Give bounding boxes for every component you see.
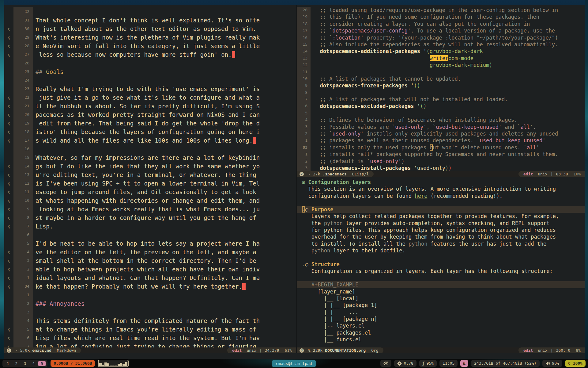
org-documentation-window[interactable]: ◉ Configuration layers This section is a… (297, 177, 585, 347)
editor-line[interactable]: 7 ;; A list of packages that will not be… (297, 96, 585, 103)
editor-line[interactable]: 83 ;; installs only the used packages bu… (297, 144, 585, 151)
editor-line[interactable]: .○ Purpose (297, 206, 585, 213)
editor-line[interactable]: |__ funcs.el (297, 336, 585, 343)
editor-line[interactable]: Layers help collect related packages tog… (297, 213, 585, 220)
editor-line[interactable]: .○ Structure (297, 261, 585, 268)
editor-line[interactable]: ς12is I've been using SPC + tt to open a… (4, 179, 296, 188)
volume-module[interactable]: 90% (542, 360, 562, 367)
brightness-module[interactable]: ʄ 95% (419, 360, 437, 367)
editor-line[interactable]: | |__ [package 1] (297, 302, 585, 309)
editor-line[interactable]: ς2able to hop between projects which all… (4, 265, 296, 274)
editor-line[interactable]: | |__ [package n] (297, 316, 585, 322)
editor-line[interactable]: ς3small shell at the bottom in the corre… (4, 256, 296, 265)
editor-line[interactable]: 10 ;; A list of packages that cannot be … (297, 75, 585, 82)
editor-line[interactable]: 20 ;; loaded using load/require/use-pack… (297, 7, 585, 13)
editor-line[interactable]: configuration layers can be found here (… (297, 193, 585, 199)
editor-line[interactable] (297, 199, 585, 206)
editor-line[interactable]: 6 dotspacemacs-excluded-packages '() (297, 103, 585, 109)
editor-line[interactable]: 23Really what I'm trying to do with this… (4, 85, 296, 93)
editor-line[interactable]: 3 ;; Possible values are `used-only', `u… (297, 124, 585, 130)
editor-line[interactable]: ς13u're editing text, you're in a termin… (4, 171, 296, 179)
editor-line[interactable]: 2 ;; `used-only' installs only explicitl… (297, 130, 585, 137)
editor-line[interactable]: ς7Lisp. (4, 222, 296, 231)
editor-line[interactable]: the python layer provides auto-completio… (297, 220, 585, 227)
editor-line[interactable]: ς27 less so because now computers have m… (4, 50, 296, 59)
keyboard-layout-module[interactable]: ц (460, 360, 468, 367)
editor-line[interactable]: ς8st maybe in a harder to configure way … (4, 213, 296, 222)
editor-line[interactable]: 11 (297, 69, 585, 75)
editor-line[interactable]: 1 ;; packages as well as their unused de… (297, 137, 585, 144)
markdown-buffer-window[interactable]: 3231That whole concept I don't think is … (4, 5, 296, 347)
editor-line[interactable]: [layer_name] (297, 288, 585, 295)
editor-line[interactable]: 25## Goals (4, 67, 296, 76)
editor-line[interactable]: 5I'd be neat to be able to hop into lets… (4, 239, 296, 248)
editor-line[interactable]: #+BEGIN_EXAMPLE (297, 281, 585, 288)
editor-line[interactable]: ς21ll the hubbub is about. So far its pr… (4, 102, 296, 110)
editor-line[interactable]: |__ [local] (297, 295, 585, 302)
editor-line[interactable] (297, 254, 585, 261)
editor-line[interactable]: ς6Lisp files which are real time read in… (4, 334, 296, 342)
editor-line[interactable]: Configuration is organized in layers. Ea… (297, 268, 585, 274)
editor-line[interactable]: 8 (297, 89, 585, 96)
editor-line[interactable]: 15Whatever, so far my impressions are th… (4, 153, 296, 162)
editor-line[interactable]: ς17s wild and all the files are like 100… (4, 136, 296, 145)
editor-line[interactable]: ς20pacemacs as it worked pretty straight… (4, 110, 296, 119)
editor-line[interactable]: 9 dotspacemacs-frozen-packages '() (297, 82, 585, 89)
editor-line[interactable]: ς22 just give it a go to see what it's l… (4, 93, 296, 102)
editor-line[interactable]: for python files. This approach helps ke… (297, 227, 585, 233)
editor-line[interactable]: This section is an overview of layers. A… (297, 186, 585, 192)
editor-line[interactable]: 32 (4, 7, 296, 16)
editor-line[interactable]: ς34ke that happen? Probably not but we w… (4, 282, 296, 291)
workspace-button[interactable]: 3 (21, 361, 29, 366)
editor-line[interactable]: ς30n just talked about as the other text… (4, 25, 296, 33)
editor-line[interactable]: 4This stems definitely from the complica… (4, 316, 296, 325)
editor-line[interactable]: | | ... (297, 309, 585, 316)
editor-line[interactable]: ς29What's interesting now is the plether… (4, 33, 296, 42)
editor-line[interactable]: 16 (4, 145, 296, 153)
editor-line[interactable]: ς1idual layouts and whatnot. Can that ha… (4, 274, 296, 282)
minibuffer[interactable] (4, 353, 585, 359)
editor-line[interactable]: 1 ;; installs *all* packages supported b… (297, 151, 585, 158)
editor-line[interactable]: 14 dotspacemacs-additional-packages '(gr… (297, 48, 585, 55)
editor-line[interactable]: 3 dotspacemacs-install-packages 'used-on… (297, 165, 585, 171)
editor-line[interactable]: 15 ;; Also include the dependencies as t… (297, 41, 585, 48)
workspace-button[interactable]: 2 (13, 361, 20, 366)
workspace-button[interactable]: 5 (38, 361, 46, 366)
editor-line[interactable]: ς19 edit from there. That being said I d… (4, 119, 296, 128)
editor-line[interactable]: ◉ Configuration layers (297, 179, 585, 186)
editor-line[interactable]: python layer to their dotfile. (297, 247, 585, 254)
editor-line[interactable]: 13 writeroom-mode (297, 55, 585, 62)
editor-line[interactable]: |-- layers.el (297, 322, 585, 329)
editor-line[interactable]: 24 (4, 76, 296, 85)
workspace-button[interactable]: 1 (4, 361, 12, 366)
editor-line[interactable]: ς14gs but I do like the idea that they a… (4, 162, 296, 171)
redshift-module[interactable] (380, 360, 391, 367)
editor-line[interactable]: 17 ;; `dotspacemacs/user-config'. To use… (297, 27, 585, 34)
editor-line[interactable]: ς9 looking at how Emacs works really tha… (4, 205, 296, 213)
editor-line[interactable]: 1 (4, 291, 296, 299)
editor-line[interactable]: ς7ing a lot of confusing just trying to … (4, 342, 296, 347)
editor-line[interactable]: ς10at whats happening with directories o… (4, 196, 296, 205)
editor-line[interactable]: ς18istro' thing because the layers of co… (4, 128, 296, 136)
editor-line[interactable]: 3 (4, 308, 296, 316)
editor-line[interactable]: |__ packages.el (297, 329, 585, 336)
editor-line[interactable]: 26 (4, 59, 296, 67)
editor-line[interactable]: 12 gruvbox-dark-medium) (297, 62, 585, 68)
editor-line[interactable]: 6 (4, 231, 296, 239)
editor-line[interactable]: overhead for the user by keeping them fr… (297, 233, 585, 240)
editor-line[interactable]: ς11escope to jump around files, and Oil … (4, 188, 296, 196)
editor-line[interactable]: ς4ve the editor on the left, the preview… (4, 248, 296, 256)
editor-line[interactable]: 31That whole concept I don't think is we… (4, 16, 296, 25)
editor-line[interactable]: 18 ;; consider creating a layer. You can… (297, 21, 585, 27)
editor-line[interactable]: 4 ;; Defines the behaviour of Spacemacs … (297, 117, 585, 123)
editor-line[interactable]: 5 (297, 110, 585, 117)
editor-line[interactable] (297, 274, 585, 281)
editor-line[interactable]: ς28e NeoVim sort of fall into this categ… (4, 42, 296, 50)
workspace-button[interactable]: 4 (30, 361, 37, 366)
editor-line[interactable]: to install. To install all the python fe… (297, 240, 585, 247)
workspace-switcher[interactable]: 12345 (2, 360, 47, 367)
editor-line[interactable]: 2 ;; (default is `used-only') (297, 158, 585, 165)
editor-line[interactable]: 19 ;; this file). If you need some confi… (297, 13, 585, 20)
editor-line[interactable]: 16 ;; `:location' property: '(your-packa… (297, 34, 585, 41)
editor-line[interactable]: 2### Annoyances (4, 299, 296, 308)
